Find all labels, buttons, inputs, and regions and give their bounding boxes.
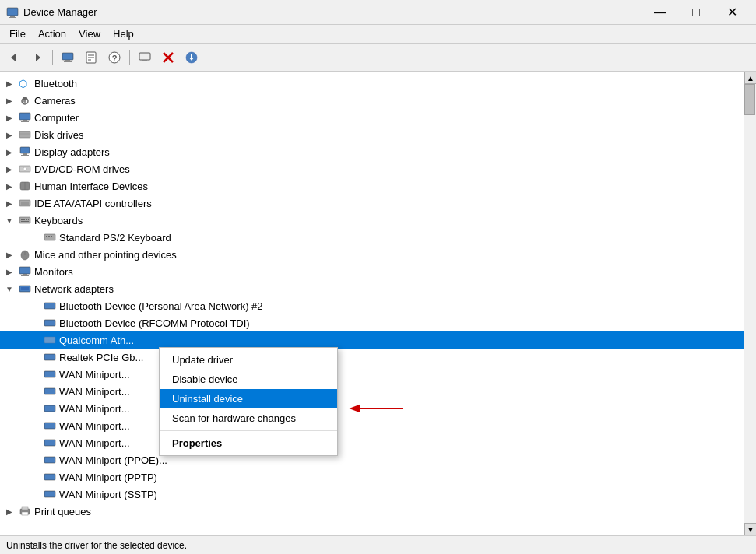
tree-item-qualcomm[interactable]: Qualcomm Ath...: [0, 331, 744, 349]
svg-rect-26: [23, 120, 27, 121]
expand-dvd[interactable]: ▶: [3, 163, 16, 175]
expand-print[interactable]: ▶: [3, 505, 16, 517]
tree-item-realtek[interactable]: Realtek PCIe Gb...: [0, 349, 744, 366]
tree-item-wan1[interactable]: WAN Miniport...: [0, 366, 744, 383]
toolbar-back[interactable]: [3, 47, 25, 68]
tree-item-disk[interactable]: ▶ Disk drives: [0, 126, 744, 143]
wan5-label: WAN Miniport...: [59, 437, 130, 449]
network-icon: [18, 282, 32, 296]
tree-item-wan2[interactable]: WAN Miniport...: [0, 383, 744, 400]
svg-rect-38: [21, 202, 29, 205]
tree-item-bt-pan[interactable]: Bluetooth Device (Personal Area Network)…: [0, 297, 744, 314]
tree-item-print[interactable]: ▶ Print queues: [0, 503, 744, 520]
ctx-separator: [160, 430, 337, 431]
ps2-label: Standard PS/2 Keyboard: [59, 232, 171, 244]
toolbar-computer[interactable]: [57, 47, 79, 68]
svg-rect-40: [21, 219, 23, 220]
expand-ide[interactable]: ▶: [3, 197, 16, 209]
tree-item-hid[interactable]: ▶ Human Interface Devices: [0, 177, 744, 195]
qualcomm-label: Qualcomm Ath...: [59, 335, 134, 346]
ctx-update-driver[interactable]: Update driver: [160, 350, 337, 370]
menu-help[interactable]: Help: [107, 26, 140, 41]
svg-rect-27: [21, 121, 29, 122]
expand-mice[interactable]: ▶: [3, 248, 16, 261]
computer-label: Computer: [34, 112, 79, 124]
cameras-icon: [18, 93, 32, 107]
minimize-button[interactable]: —: [642, 0, 678, 25]
svg-rect-52: [23, 274, 27, 275]
expand-monitors[interactable]: ▶: [3, 265, 16, 278]
scroll-track[interactable]: [744, 84, 756, 523]
wan2-icon: [43, 384, 57, 398]
tree-item-display[interactable]: ▶ Display adapters: [0, 143, 744, 160]
tree-item-bt-rfcomm[interactable]: Bluetooth Device (RFCOMM Protocol TDI): [0, 314, 744, 331]
svg-rect-1: [10, 16, 15, 17]
scroll-thumb[interactable]: [744, 84, 755, 115]
hid-icon: [18, 179, 32, 193]
close-button[interactable]: ✕: [714, 0, 750, 25]
svg-rect-32: [21, 155, 29, 156]
tree-item-ide[interactable]: ▶ IDE ATA/ATAPI controllers: [0, 195, 744, 212]
ctx-disable-device[interactable]: Disable device: [160, 370, 337, 389]
ctx-scan-hardware[interactable]: Scan for hardware changes: [160, 408, 337, 428]
scroll-up[interactable]: ▲: [744, 72, 756, 84]
svg-rect-5: [62, 53, 73, 60]
toolbar-forward[interactable]: [26, 47, 48, 68]
status-text: Uninstalls the driver for the selected d…: [6, 540, 187, 551]
expand-computer[interactable]: ▶: [3, 111, 16, 124]
svg-rect-61: [44, 388, 55, 394]
expand-bluetooth[interactable]: ▶: [3, 77, 16, 89]
tree-item-keyboards[interactable]: ▼ Keyboards: [0, 212, 744, 229]
bluetooth-label: Bluetooth: [34, 78, 77, 89]
tree-item-cameras[interactable]: ▶ Cameras: [0, 92, 744, 109]
ide-icon: [18, 196, 32, 210]
svg-rect-30: [20, 147, 30, 153]
toolbar-properties[interactable]: [80, 47, 102, 68]
tree-item-dvd[interactable]: ▶ DVD/CD-ROM drives: [0, 160, 744, 177]
svg-rect-6: [65, 60, 70, 61]
tree-item-mice[interactable]: ▶ Mice and other pointing devices: [0, 246, 744, 263]
tree-item-wan4[interactable]: WAN Miniport...: [0, 417, 744, 434]
display-label: Display adapters: [34, 146, 110, 158]
expand-display[interactable]: ▶: [3, 146, 16, 158]
tree-item-wan5[interactable]: WAN Miniport...: [0, 434, 744, 451]
tree-item-wan-ppoe[interactable]: WAN Miniport (PPOE)...: [0, 451, 744, 468]
titlebar-left: Device Manager: [6, 6, 97, 19]
menu-view[interactable]: View: [72, 26, 107, 41]
device-tree[interactable]: ▶ ⬡ Bluetooth ▶ Cameras ▶ Computer ▶: [0, 72, 744, 535]
tree-item-wan-sstp[interactable]: WAN Miniport (SSTP): [0, 486, 744, 503]
wan4-icon: [43, 419, 57, 433]
toolbar-display[interactable]: [134, 47, 156, 68]
expand-disk[interactable]: ▶: [3, 128, 16, 141]
tree-item-monitors[interactable]: ▶ Monitors: [0, 263, 744, 280]
svg-rect-66: [44, 474, 55, 480]
tree-item-wan-pptp[interactable]: WAN Miniport (PPTP): [0, 468, 744, 486]
tree-item-ps2[interactable]: Standard PS/2 Keyboard: [0, 229, 744, 246]
maximize-button[interactable]: □: [678, 0, 714, 25]
svg-point-23: [23, 100, 26, 103]
svg-rect-48: [51, 236, 52, 237]
expand-keyboards[interactable]: ▼: [3, 214, 16, 226]
dvd-label: DVD/CD-ROM drives: [34, 163, 130, 175]
scroll-down[interactable]: ▼: [744, 523, 756, 535]
context-menu: Update driver Disable device Uninstall d…: [159, 347, 338, 456]
expand-network[interactable]: ▼: [3, 282, 16, 295]
expand-hid[interactable]: ▶: [3, 180, 16, 192]
hid-label: Human Interface Devices: [34, 181, 148, 192]
menu-action[interactable]: Action: [32, 26, 72, 41]
toolbar-help[interactable]: ?: [104, 47, 125, 68]
scrollbar[interactable]: ▲ ▼: [744, 72, 756, 535]
svg-rect-51: [19, 267, 30, 274]
ctx-properties[interactable]: Properties: [160, 433, 337, 453]
tree-item-bluetooth[interactable]: ▶ ⬡ Bluetooth: [0, 75, 744, 92]
display-icon: [18, 145, 32, 159]
ctx-uninstall-device[interactable]: Uninstall device: [160, 389, 337, 408]
tree-item-network[interactable]: ▼ Network adapters: [0, 280, 744, 297]
expand-cameras[interactable]: ▶: [3, 94, 16, 107]
toolbar-remove[interactable]: [157, 47, 179, 68]
menu-file[interactable]: File: [3, 26, 32, 41]
toolbar-update[interactable]: [181, 47, 202, 68]
svg-rect-62: [44, 405, 55, 412]
ps2-icon: [43, 230, 57, 244]
tree-item-computer[interactable]: ▶ Computer: [0, 109, 744, 126]
